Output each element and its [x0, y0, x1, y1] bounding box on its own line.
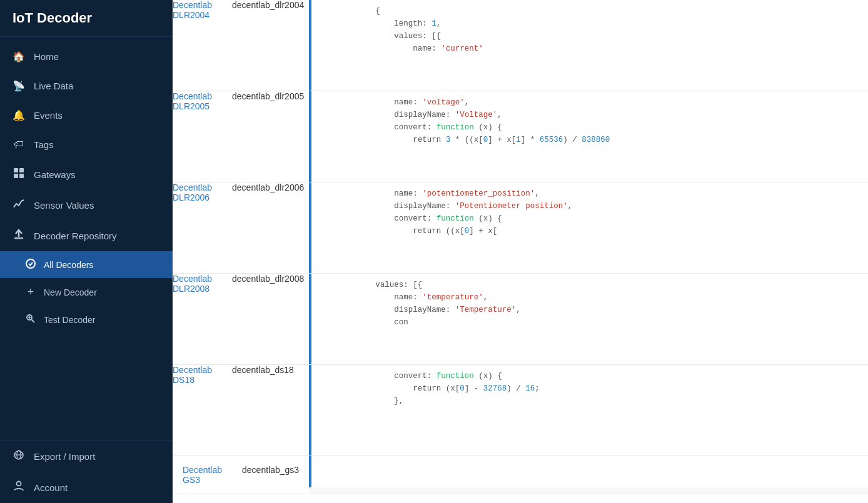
svg-point-12 — [17, 482, 21, 486]
sidebar-item-live-data-label: Live Data — [34, 81, 73, 91]
tags-icon: 🏷 — [13, 139, 25, 150]
table-row: Decentlab DLR2005 decentlab_dlr2005 name… — [173, 91, 868, 182]
decoder-name-link[interactable]: Decentlab GS3 — [183, 465, 222, 485]
sidebar-item-export-import[interactable]: Export / Import — [0, 441, 173, 472]
decoder-repository-icon — [13, 229, 25, 242]
decoder-table: Decentlab DLR2004 decentlab_dlr2004 { le… — [173, 0, 868, 494]
table-row: Decentlab GS3 decentlab_gs3 — [173, 456, 868, 494]
account-icon — [13, 481, 25, 494]
sidebar-item-gateways[interactable]: Gateways — [0, 159, 173, 190]
code-scroll[interactable]: name: 'voltage', displayName: 'Voltage',… — [311, 91, 868, 182]
svg-rect-1 — [19, 168, 24, 172]
test-decoder-icon — [25, 314, 36, 326]
sidebar-item-test-decoder[interactable]: Test Decoder — [0, 306, 173, 333]
sidebar-bottom: Export / Import Account — [0, 440, 173, 503]
table-row: Decentlab DLR2008 decentlab_dlr2008 valu… — [173, 274, 868, 365]
sidebar-item-tags[interactable]: 🏷 Tags — [0, 130, 173, 159]
gateways-icon — [13, 167, 25, 181]
code-block: convert: function (x) { return (x[0] - 3… — [309, 365, 868, 456]
decoder-name-link[interactable]: Decentlab DS18 — [173, 365, 212, 385]
decoder-id: decentlab_ds18 — [232, 365, 294, 375]
table-row: Decentlab DLR2006 decentlab_dlr2006 name… — [173, 182, 868, 274]
home-icon: 🏠 — [13, 51, 25, 62]
svg-rect-4 — [14, 237, 23, 239]
svg-line-7 — [31, 319, 34, 322]
sidebar-item-events[interactable]: 🔔 Events — [0, 101, 173, 130]
sidebar-item-gateways-label: Gateways — [34, 169, 76, 180]
sidebar-item-sensor-values[interactable]: Sensor Values — [0, 190, 173, 220]
code-scroll[interactable]: values: [{ name: 'temperature', displayN… — [311, 274, 868, 364]
new-decoder-icon: + — [25, 286, 36, 299]
decoder-id: decentlab_dlr2008 — [232, 274, 304, 284]
code-block: name: 'potentiometer_position', displayN… — [309, 182, 868, 273]
svg-rect-3 — [19, 174, 24, 178]
export-import-icon — [13, 449, 25, 463]
sidebar-item-new-decoder-label: New Decoder — [44, 287, 97, 297]
decoder-name-link[interactable]: Decentlab DLR2004 — [173, 0, 212, 20]
svg-rect-0 — [14, 168, 18, 172]
sidebar-item-all-decoders-label: All Decoders — [44, 260, 93, 270]
decoder-id: decentlab_dlr2005 — [232, 91, 304, 101]
svg-point-5 — [26, 259, 35, 268]
decoder-name-link[interactable]: Decentlab DLR2008 — [173, 274, 212, 294]
decoder-id: decentlab_dlr2004 — [232, 0, 304, 10]
events-icon: 🔔 — [13, 109, 25, 121]
sidebar-item-test-decoder-label: Test Decoder — [44, 315, 95, 325]
code-block: { length: 1, values: [{ name: 'current' — [309, 0, 868, 91]
sidebar-item-export-import-label: Export / Import — [34, 451, 95, 462]
table-row: Decentlab DS18 decentlab_ds18 convert: f… — [173, 365, 868, 456]
decoder-name-link[interactable]: Decentlab DLR2006 — [173, 182, 212, 202]
code-block: values: [{ name: 'temperature', displayN… — [309, 274, 868, 364]
sidebar-item-new-decoder[interactable]: + New Decoder — [0, 278, 173, 306]
code-scroll[interactable] — [311, 456, 868, 487]
sidebar-item-home[interactable]: 🏠 Home — [0, 42, 173, 71]
decoder-id: decentlab_dlr2006 — [232, 182, 304, 192]
sidebar-item-live-data[interactable]: 📡 Live Data — [0, 71, 173, 101]
decoder-name-link[interactable]: Decentlab DLR2005 — [173, 91, 212, 111]
sidebar-item-home-label: Home — [34, 51, 59, 62]
code-scroll[interactable]: { length: 1, values: [{ name: 'current' — [311, 0, 868, 91]
svg-rect-2 — [14, 174, 18, 178]
decoder-id: decentlab_gs3 — [242, 465, 299, 475]
sidebar-item-all-decoders[interactable]: All Decoders — [0, 251, 173, 278]
sidebar-nav: 🏠 Home 📡 Live Data 🔔 Events 🏷 Tags — [0, 37, 173, 440]
sidebar-item-account-label: Account — [34, 482, 68, 493]
app-title: IoT Decoder — [0, 0, 173, 37]
sidebar-item-decoder-repository-label: Decoder Repository — [34, 231, 117, 241]
sidebar-item-events-label: Events — [34, 110, 63, 121]
code-block — [309, 456, 868, 487]
sidebar-item-decoder-repository[interactable]: Decoder Repository — [0, 220, 173, 251]
code-block: name: 'voltage', displayName: 'Voltage',… — [309, 91, 868, 182]
sensor-values-icon — [13, 199, 25, 211]
code-scroll[interactable]: convert: function (x) { return (x[0] - 3… — [311, 365, 868, 456]
main-content: Decentlab DLR2004 decentlab_dlr2004 { le… — [173, 0, 868, 503]
live-data-icon: 📡 — [13, 80, 25, 92]
code-scroll[interactable]: name: 'potentiometer_position', displayN… — [311, 182, 868, 273]
sidebar-item-sensor-values-label: Sensor Values — [34, 200, 94, 211]
sidebar: IoT Decoder 🏠 Home 📡 Live Data 🔔 Events … — [0, 0, 173, 503]
table-row: Decentlab DLR2004 decentlab_dlr2004 { le… — [173, 0, 868, 91]
sidebar-item-account[interactable]: Account — [0, 472, 173, 503]
all-decoders-icon — [25, 259, 36, 271]
sidebar-item-tags-label: Tags — [34, 139, 54, 150]
